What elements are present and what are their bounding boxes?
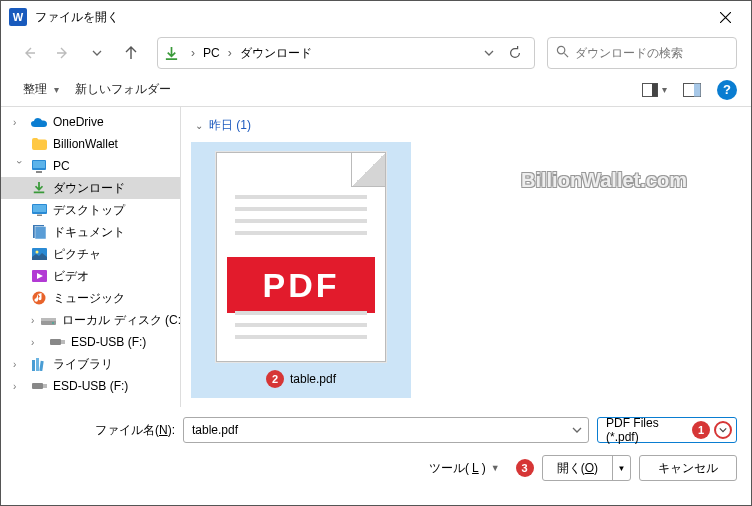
downloads-icon (164, 46, 179, 61)
chevron-down-icon: ▾ (54, 84, 59, 95)
libraries-icon (31, 356, 47, 372)
svg-rect-18 (41, 318, 56, 321)
svg-rect-22 (32, 360, 35, 371)
open-label-post: ) (594, 461, 598, 475)
main-area: › OneDrive BillionWallet › PC ダウンロード デスク… (1, 107, 751, 407)
sidebar-item-esd-usb[interactable]: › ESD-USB (F:) (1, 331, 180, 353)
breadcrumb-downloads[interactable]: ダウンロード (236, 43, 316, 64)
svg-rect-24 (39, 360, 43, 370)
file-tile[interactable]: PDF 2 table.pdf (191, 142, 411, 398)
sidebar-item-onedrive[interactable]: › OneDrive (1, 111, 180, 133)
svg-rect-12 (35, 227, 46, 240)
refresh-button[interactable] (502, 40, 528, 66)
filter-dropdown[interactable] (714, 421, 732, 439)
music-icon (31, 290, 47, 306)
up-button[interactable] (117, 39, 145, 67)
sidebar-item-local-disk[interactable]: › ローカル ディスク (C:) (1, 309, 180, 331)
pictures-icon (31, 246, 47, 262)
annotation-2: 2 (266, 370, 284, 388)
svg-rect-26 (43, 384, 47, 388)
tools-button[interactable]: ツール(L) ▼ (429, 460, 500, 477)
videos-icon (31, 268, 47, 284)
sidebar-item-label: ESD-USB (F:) (71, 335, 146, 349)
chevron-down-icon: ▼ (491, 463, 500, 473)
onedrive-icon (31, 114, 47, 130)
sidebar-item-label: ローカル ディスク (C:) (62, 312, 181, 329)
sidebar-item-videos[interactable]: ビデオ (1, 265, 180, 287)
chevron-right-icon: › (189, 46, 197, 60)
open-button-main[interactable]: 開く(O) (543, 456, 612, 480)
usb-drive-icon (49, 334, 65, 350)
sidebar-item-label: ビデオ (53, 268, 89, 285)
address-bar[interactable]: › PC › ダウンロード (157, 37, 535, 69)
open-button-dropdown[interactable]: ▼ (612, 456, 630, 480)
svg-point-0 (557, 46, 564, 53)
chevron-down-icon: › (14, 160, 25, 172)
large-icons-icon (642, 83, 658, 97)
arrow-right-icon (56, 46, 70, 60)
sidebar-item-label: ライブラリ (53, 356, 113, 373)
sidebar-item-billionwallet[interactable]: BillionWallet (1, 133, 180, 155)
svg-point-14 (35, 251, 38, 254)
filename-label: ファイル名(N): (15, 422, 175, 439)
sidebar-item-downloads[interactable]: ダウンロード (1, 177, 180, 199)
chevron-right-icon: › (31, 337, 43, 348)
recent-dropdown[interactable] (83, 39, 111, 67)
svg-rect-10 (37, 215, 42, 217)
back-button[interactable] (15, 39, 43, 67)
svg-rect-23 (36, 358, 39, 371)
file-name: table.pdf (290, 372, 336, 386)
pc-icon (31, 158, 47, 174)
file-type-filter[interactable]: PDF Files (*.pdf) 1 (597, 417, 737, 443)
watermark: BillionWallet.com (521, 169, 687, 192)
refresh-icon (508, 46, 522, 60)
sidebar-item-pc[interactable]: › PC (1, 155, 180, 177)
cancel-button[interactable]: キャンセル (639, 455, 737, 481)
svg-rect-7 (36, 171, 42, 173)
svg-rect-4 (694, 83, 701, 96)
filename-dropdown[interactable] (566, 425, 588, 435)
organize-label: 整理 (23, 82, 47, 96)
arrow-left-icon (22, 46, 36, 60)
preview-pane-button[interactable] (677, 79, 707, 101)
sidebar-item-desktop[interactable]: デスクトップ (1, 199, 180, 221)
sidebar-item-label: ドキュメント (53, 224, 125, 241)
chevron-down-icon (572, 425, 582, 435)
sidebar-item-libraries[interactable]: › ライブラリ (1, 353, 180, 375)
breadcrumb-pc[interactable]: PC (199, 44, 224, 62)
file-list: ⌄ 昨日 (1) PDF 2 table.pdf BillionWallet.c… (181, 107, 751, 407)
organize-button[interactable]: 整理 ▾ (15, 75, 67, 104)
filename-input[interactable] (183, 417, 589, 443)
svg-rect-6 (33, 161, 45, 168)
chevron-right-icon: › (13, 381, 25, 392)
open-button[interactable]: 開く(O) ▼ (542, 455, 631, 481)
folder-icon (31, 136, 47, 152)
filename-field[interactable] (184, 423, 566, 437)
svg-point-19 (52, 322, 54, 324)
sidebar-item-pictures[interactable]: ピクチャ (1, 243, 180, 265)
search-input[interactable]: ダウンロードの検索 (547, 37, 737, 69)
sidebar-item-label: BillionWallet (53, 137, 118, 151)
sidebar-item-label: ピクチャ (53, 246, 101, 263)
open-label-pre: 開く( (557, 460, 585, 477)
sidebar-item-esd-usb-2[interactable]: › ESD-USB (F:) (1, 375, 180, 397)
sidebar: › OneDrive BillionWallet › PC ダウンロード デスク… (1, 107, 181, 407)
svg-rect-9 (33, 205, 46, 212)
view-mode-button[interactable]: ▾ (636, 79, 673, 101)
sidebar-item-label: PC (53, 159, 70, 173)
close-icon (720, 12, 731, 23)
pdf-badge: PDF (227, 257, 375, 313)
address-dropdown[interactable] (476, 40, 502, 66)
sidebar-item-music[interactable]: ミュージック (1, 287, 180, 309)
svg-rect-25 (32, 383, 43, 389)
new-folder-button[interactable]: 新しいフォルダー (67, 75, 179, 104)
filter-label: PDF Files (*.pdf) (606, 416, 692, 444)
open-label-u: O (585, 461, 594, 475)
group-header[interactable]: ⌄ 昨日 (1) (195, 117, 741, 134)
chevron-down-icon (719, 426, 727, 434)
help-button[interactable]: ? (717, 80, 737, 100)
page-fold-icon (351, 153, 385, 187)
close-button[interactable] (703, 1, 747, 33)
sidebar-item-documents[interactable]: ドキュメント (1, 221, 180, 243)
forward-button[interactable] (49, 39, 77, 67)
